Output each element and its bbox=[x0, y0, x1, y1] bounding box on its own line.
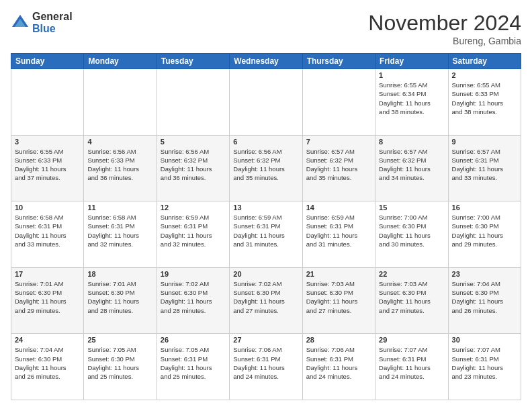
day-number: 1 bbox=[379, 71, 444, 79]
calendar-cell: 7Sunrise: 6:57 AM Sunset: 6:32 PM Daylig… bbox=[302, 135, 375, 201]
day-number: 11 bbox=[87, 203, 152, 212]
logo: General Blue bbox=[11, 11, 73, 34]
day-number: 24 bbox=[15, 336, 80, 344]
day-info: Sunrise: 7:02 AM Sunset: 6:30 PM Dayligh… bbox=[233, 279, 298, 315]
day-number: 22 bbox=[379, 270, 444, 278]
day-number: 27 bbox=[233, 336, 298, 344]
day-number: 9 bbox=[452, 138, 517, 146]
calendar-cell bbox=[84, 69, 157, 136]
calendar-cell: 30Sunrise: 7:07 AM Sunset: 6:31 PM Dayli… bbox=[448, 334, 521, 400]
calendar-cell: 19Sunrise: 7:02 AM Sunset: 6:30 PM Dayli… bbox=[157, 267, 229, 334]
calendar-cell: 2Sunrise: 6:55 AM Sunset: 6:33 PM Daylig… bbox=[448, 69, 521, 136]
calendar-body: 1Sunrise: 6:55 AM Sunset: 6:34 PM Daylig… bbox=[11, 69, 521, 400]
day-info: Sunrise: 7:07 AM Sunset: 6:31 PM Dayligh… bbox=[379, 345, 444, 381]
day-info: Sunrise: 6:57 AM Sunset: 6:31 PM Dayligh… bbox=[452, 147, 517, 183]
logo-icon bbox=[11, 13, 30, 32]
day-info: Sunrise: 7:07 AM Sunset: 6:31 PM Dayligh… bbox=[452, 345, 517, 381]
calendar-cell: 3Sunrise: 6:55 AM Sunset: 6:33 PM Daylig… bbox=[11, 135, 84, 201]
calendar-cell: 10Sunrise: 6:58 AM Sunset: 6:31 PM Dayli… bbox=[11, 201, 84, 268]
calendar-week-1: 1Sunrise: 6:55 AM Sunset: 6:34 PM Daylig… bbox=[11, 69, 521, 136]
day-info: Sunrise: 7:00 AM Sunset: 6:30 PM Dayligh… bbox=[379, 213, 444, 248]
calendar-cell: 1Sunrise: 6:55 AM Sunset: 6:34 PM Daylig… bbox=[375, 69, 448, 136]
day-info: Sunrise: 6:59 AM Sunset: 6:31 PM Dayligh… bbox=[233, 213, 298, 248]
day-number: 5 bbox=[161, 138, 226, 146]
day-number: 14 bbox=[306, 203, 371, 212]
day-info: Sunrise: 7:05 AM Sunset: 6:30 PM Dayligh… bbox=[87, 345, 152, 381]
page: General Blue November 2024 Bureng, Gambi… bbox=[0, 0, 532, 411]
day-info: Sunrise: 6:56 AM Sunset: 6:32 PM Dayligh… bbox=[233, 147, 298, 183]
day-info: Sunrise: 6:56 AM Sunset: 6:33 PM Dayligh… bbox=[87, 147, 152, 183]
day-info: Sunrise: 6:57 AM Sunset: 6:32 PM Dayligh… bbox=[379, 147, 444, 183]
calendar-cell bbox=[157, 69, 229, 136]
month-title: November 2024 bbox=[368, 11, 521, 36]
day-info: Sunrise: 7:01 AM Sunset: 6:30 PM Dayligh… bbox=[87, 279, 152, 315]
weekday-header-friday: Friday bbox=[375, 54, 448, 69]
calendar-cell: 25Sunrise: 7:05 AM Sunset: 6:30 PM Dayli… bbox=[84, 334, 157, 400]
calendar-cell: 23Sunrise: 7:04 AM Sunset: 6:30 PM Dayli… bbox=[448, 267, 521, 334]
calendar-cell bbox=[230, 69, 302, 136]
calendar-cell: 28Sunrise: 7:06 AM Sunset: 6:31 PM Dayli… bbox=[302, 334, 375, 400]
calendar-cell: 20Sunrise: 7:02 AM Sunset: 6:30 PM Dayli… bbox=[230, 267, 302, 334]
calendar-cell bbox=[11, 69, 84, 136]
day-number: 30 bbox=[452, 336, 517, 344]
calendar-cell: 6Sunrise: 6:56 AM Sunset: 6:32 PM Daylig… bbox=[230, 135, 302, 201]
weekday-header-saturday: Saturday bbox=[448, 54, 521, 69]
day-number: 8 bbox=[379, 138, 444, 146]
calendar-week-4: 17Sunrise: 7:01 AM Sunset: 6:30 PM Dayli… bbox=[11, 267, 521, 334]
day-number: 6 bbox=[233, 138, 298, 146]
header: General Blue November 2024 Bureng, Gambi… bbox=[11, 11, 521, 46]
day-number: 3 bbox=[15, 138, 80, 146]
calendar-table: SundayMondayTuesdayWednesdayThursdayFrid… bbox=[11, 53, 521, 400]
day-number: 20 bbox=[233, 270, 298, 278]
day-info: Sunrise: 7:04 AM Sunset: 6:30 PM Dayligh… bbox=[15, 345, 80, 381]
calendar-cell: 18Sunrise: 7:01 AM Sunset: 6:30 PM Dayli… bbox=[84, 267, 157, 334]
day-info: Sunrise: 7:06 AM Sunset: 6:31 PM Dayligh… bbox=[233, 345, 298, 381]
day-info: Sunrise: 7:02 AM Sunset: 6:30 PM Dayligh… bbox=[161, 279, 226, 315]
day-number: 21 bbox=[306, 270, 371, 278]
calendar-cell: 26Sunrise: 7:05 AM Sunset: 6:31 PM Dayli… bbox=[157, 334, 229, 400]
day-number: 16 bbox=[452, 203, 517, 212]
day-number: 26 bbox=[161, 336, 226, 344]
day-number: 13 bbox=[233, 203, 298, 212]
day-number: 19 bbox=[161, 270, 226, 278]
day-info: Sunrise: 7:06 AM Sunset: 6:31 PM Dayligh… bbox=[306, 345, 371, 381]
calendar-cell: 4Sunrise: 6:56 AM Sunset: 6:33 PM Daylig… bbox=[84, 135, 157, 201]
calendar-cell: 22Sunrise: 7:03 AM Sunset: 6:30 PM Dayli… bbox=[375, 267, 448, 334]
day-info: Sunrise: 7:01 AM Sunset: 6:30 PM Dayligh… bbox=[15, 279, 80, 315]
day-number: 10 bbox=[15, 203, 80, 212]
day-info: Sunrise: 6:55 AM Sunset: 6:33 PM Dayligh… bbox=[452, 81, 517, 116]
calendar-cell: 17Sunrise: 7:01 AM Sunset: 6:30 PM Dayli… bbox=[11, 267, 84, 334]
day-number: 18 bbox=[87, 270, 152, 278]
day-info: Sunrise: 7:04 AM Sunset: 6:30 PM Dayligh… bbox=[452, 279, 517, 315]
calendar-cell: 5Sunrise: 6:56 AM Sunset: 6:32 PM Daylig… bbox=[157, 135, 229, 201]
weekday-header-tuesday: Tuesday bbox=[157, 54, 229, 69]
day-number: 17 bbox=[15, 270, 80, 278]
calendar-cell: 21Sunrise: 7:03 AM Sunset: 6:30 PM Dayli… bbox=[302, 267, 375, 334]
weekday-header-thursday: Thursday bbox=[302, 54, 375, 69]
day-number: 12 bbox=[161, 203, 226, 212]
calendar-cell: 8Sunrise: 6:57 AM Sunset: 6:32 PM Daylig… bbox=[375, 135, 448, 201]
calendar-cell: 27Sunrise: 7:06 AM Sunset: 6:31 PM Dayli… bbox=[230, 334, 302, 400]
logo-blue-text: Blue bbox=[32, 23, 56, 34]
calendar-cell bbox=[302, 69, 375, 136]
day-info: Sunrise: 6:59 AM Sunset: 6:31 PM Dayligh… bbox=[306, 213, 371, 248]
calendar-week-5: 24Sunrise: 7:04 AM Sunset: 6:30 PM Dayli… bbox=[11, 334, 521, 400]
calendar-cell: 14Sunrise: 6:59 AM Sunset: 6:31 PM Dayli… bbox=[302, 201, 375, 268]
calendar-cell: 16Sunrise: 7:00 AM Sunset: 6:30 PM Dayli… bbox=[448, 201, 521, 268]
logo-general-text: General bbox=[32, 11, 73, 22]
calendar-header-row: SundayMondayTuesdayWednesdayThursdayFrid… bbox=[11, 54, 521, 69]
calendar-cell: 11Sunrise: 6:58 AM Sunset: 6:31 PM Dayli… bbox=[84, 201, 157, 268]
day-number: 28 bbox=[306, 336, 371, 344]
day-info: Sunrise: 6:59 AM Sunset: 6:31 PM Dayligh… bbox=[161, 213, 226, 248]
day-info: Sunrise: 6:58 AM Sunset: 6:31 PM Dayligh… bbox=[87, 213, 152, 248]
day-info: Sunrise: 7:05 AM Sunset: 6:31 PM Dayligh… bbox=[161, 345, 226, 381]
calendar-week-3: 10Sunrise: 6:58 AM Sunset: 6:31 PM Dayli… bbox=[11, 201, 521, 268]
day-info: Sunrise: 7:03 AM Sunset: 6:30 PM Dayligh… bbox=[306, 279, 371, 315]
calendar-cell: 29Sunrise: 7:07 AM Sunset: 6:31 PM Dayli… bbox=[375, 334, 448, 400]
weekday-header-sunday: Sunday bbox=[11, 54, 84, 69]
calendar-cell: 15Sunrise: 7:00 AM Sunset: 6:30 PM Dayli… bbox=[375, 201, 448, 268]
title-area: November 2024 Bureng, Gambia bbox=[368, 11, 521, 46]
day-info: Sunrise: 7:03 AM Sunset: 6:30 PM Dayligh… bbox=[379, 279, 444, 315]
day-number: 2 bbox=[452, 71, 517, 79]
day-info: Sunrise: 6:55 AM Sunset: 6:33 PM Dayligh… bbox=[15, 147, 80, 183]
